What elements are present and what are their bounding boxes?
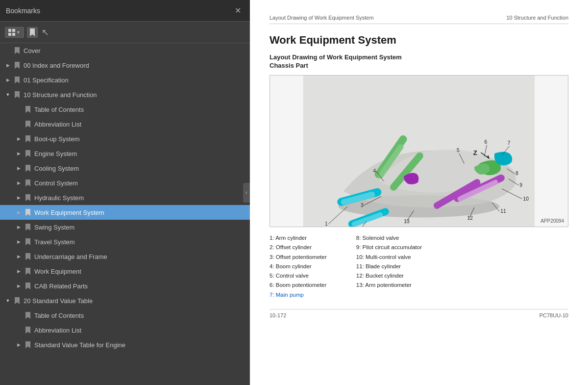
expand-icon[interactable]: ▼: [4, 91, 12, 99]
tree-item-label: Undercarriage and Frame: [34, 253, 107, 260]
tree-item-control[interactable]: ▶Control System: [0, 176, 250, 190]
toolbar: ▼ ↖: [0, 22, 250, 43]
bookmark-icon: [24, 238, 31, 246]
legend-item: 10: Multi-control valve: [356, 253, 422, 261]
tree-item-label: CAB Related Parts: [34, 282, 88, 290]
svg-rect-1: [12, 29, 15, 32]
tree-item-std-engine[interactable]: ▶Standard Value Table for Engine: [0, 337, 250, 352]
diagram-container: 1 2 3 4 5 6 Z: [270, 75, 568, 227]
tree-item-01-spec[interactable]: ▶01 Specification: [0, 73, 250, 87]
expand-icon[interactable]: [15, 105, 23, 113]
svg-text:7: 7: [508, 140, 511, 146]
tree-item-00-index[interactable]: ▶00 Index and Foreword: [0, 58, 250, 73]
bookmark-icon: [14, 297, 21, 305]
expand-icon[interactable]: ▶: [4, 61, 12, 69]
doc-header: Layout Drawing of Work Equipment System …: [270, 15, 568, 24]
tree-item-label: Table of Contents: [34, 106, 84, 113]
expand-icon[interactable]: ▶: [15, 238, 23, 246]
tree-item-label: 20 Standard Value Table: [24, 297, 93, 305]
grid-view-button[interactable]: ▼: [5, 27, 24, 38]
tree-item-abbr2[interactable]: Abbreviation List: [0, 323, 250, 337]
tree-item-toc1[interactable]: Table of Contents: [0, 102, 250, 117]
tree-item-hydraulic[interactable]: ▶Hydraulic System: [0, 190, 250, 205]
tree-item-toc2[interactable]: Table of Contents: [0, 308, 250, 323]
cursor-indicator: ↖: [42, 27, 49, 38]
tree-item-cooling[interactable]: ▶Cooling System: [0, 161, 250, 176]
tree-item-label: 01 Specification: [24, 77, 69, 84]
tree-item-abbr1[interactable]: Abbreviation List: [0, 117, 250, 131]
legend-item: 8: Solenoid valve: [356, 234, 422, 242]
svg-text:8: 8: [515, 171, 518, 176]
bookmarks-panel: Bookmarks ✕ ▼ ↖ Cover▶00 Index and Forew…: [0, 0, 250, 385]
expand-icon[interactable]: [15, 120, 23, 128]
doc-title: Work Equipment System: [270, 34, 568, 47]
bookmark-icon: [24, 164, 31, 172]
expand-icon[interactable]: [15, 326, 23, 334]
bookmark-icon: [24, 326, 31, 334]
bookmark-icon: [24, 194, 31, 202]
tree-item-swing[interactable]: ▶Swing System: [0, 220, 250, 234]
tree-item-work-equip[interactable]: ▶Work Equipment: [0, 264, 250, 279]
tree-item-label: Table of Contents: [34, 312, 84, 319]
expand-icon[interactable]: ▼: [4, 297, 12, 305]
panel-title: Bookmarks: [6, 7, 40, 15]
tree-item-label: Swing System: [34, 224, 74, 231]
svg-text:12: 12: [467, 215, 473, 221]
legend-item: 7: Main pump: [270, 291, 327, 299]
panel-header: Bookmarks ✕: [0, 0, 250, 22]
bookmark-icon: [24, 311, 31, 319]
document-content: Layout Drawing of Work Equipment System …: [250, 0, 588, 385]
expand-icon[interactable]: ▶: [15, 194, 23, 202]
bookmarks-tree[interactable]: Cover▶00 Index and Foreword▶01 Specifica…: [0, 43, 250, 385]
tree-item-work-equipment-sys[interactable]: ▶Work Equipment System: [0, 205, 250, 220]
legend-item: 9: Pilot circuit accumulator: [356, 243, 422, 252]
bookmark-icon: [24, 135, 31, 143]
bookmark-icon: [24, 150, 31, 157]
expand-icon[interactable]: ▶: [4, 76, 12, 84]
tree-item-bootup[interactable]: ▶Boot-up System: [0, 131, 250, 146]
close-button[interactable]: ✕: [232, 6, 244, 16]
svg-text:3: 3: [361, 203, 364, 208]
expand-icon[interactable]: ▶: [15, 135, 23, 143]
expand-icon[interactable]: [15, 311, 23, 319]
tree-item-label: Cover: [24, 47, 41, 54]
expand-icon[interactable]: ▶: [15, 267, 23, 275]
bookmark-icon: [24, 120, 31, 128]
tree-item-10-structure[interactable]: ▼10 Structure and Function: [0, 87, 250, 102]
tree-item-label: Control System: [34, 180, 78, 187]
bookmark-tool-button[interactable]: [27, 27, 38, 38]
tree-item-label: Cooling System: [34, 165, 79, 172]
tree-item-label: Hydraulic System: [34, 194, 84, 202]
tree-item-undercarriage[interactable]: ▶Undercarriage and Frame: [0, 249, 250, 264]
footer-model: PC78UU-10: [539, 312, 568, 318]
legend-item: 11: Blade cylinder: [356, 262, 422, 271]
tree-item-cab[interactable]: ▶CAB Related Parts: [0, 279, 250, 293]
svg-rect-2: [8, 33, 11, 36]
tree-item-label: Abbreviation List: [34, 327, 81, 334]
expand-icon[interactable]: ▶: [15, 208, 23, 216]
expand-icon[interactable]: ▶: [15, 179, 23, 187]
svg-text:13: 13: [404, 219, 410, 224]
expand-icon[interactable]: [4, 47, 12, 54]
expand-icon[interactable]: ▶: [15, 164, 23, 172]
footer-page: 10-172: [270, 312, 286, 318]
legend-item: 1: Arm cylinder: [270, 234, 327, 242]
tree-item-engine[interactable]: ▶Engine System: [0, 146, 250, 161]
svg-text:11: 11: [500, 208, 506, 214]
expand-icon[interactable]: ▶: [15, 223, 23, 231]
tree-item-travel[interactable]: ▶Travel System: [0, 234, 250, 249]
svg-rect-3: [12, 33, 15, 36]
expand-icon[interactable]: ▶: [15, 253, 23, 260]
tree-item-cover[interactable]: Cover: [0, 43, 250, 58]
tree-item-20-standard[interactable]: ▼20 Standard Value Table: [0, 293, 250, 308]
expand-icon[interactable]: ▶: [15, 341, 23, 349]
bookmark-icon: [24, 105, 31, 113]
tree-item-label: Work Equipment System: [34, 209, 104, 216]
expand-icon[interactable]: ▶: [15, 282, 23, 290]
tree-item-label: Boot-up System: [34, 135, 80, 143]
doc-header-left: Layout Drawing of Work Equipment System: [270, 15, 374, 21]
expand-icon[interactable]: ▶: [15, 150, 23, 157]
legend-item: 13: Arm potentiometer: [356, 281, 422, 289]
legend-item: 6: Boom potentiometer: [270, 281, 327, 289]
collapse-handle[interactable]: ‹: [243, 183, 250, 203]
